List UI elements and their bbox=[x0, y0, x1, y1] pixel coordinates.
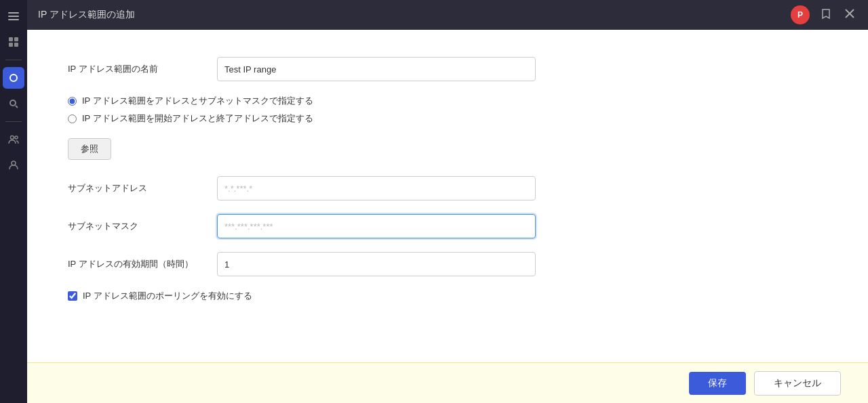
sidebar-people-icon[interactable] bbox=[3, 129, 24, 150]
page-title: IP アドレス範囲の追加 bbox=[38, 9, 135, 21]
cancel-button[interactable]: キャンセル bbox=[754, 371, 841, 396]
sidebar-divider-1 bbox=[5, 60, 22, 60]
name-row: IP アドレス範囲の名前 bbox=[68, 57, 827, 81]
radio-group: IP アドレス範囲をアドレスとサブネットマスクで指定する IP アドレス範囲を開… bbox=[68, 95, 827, 125]
sidebar bbox=[0, 0, 27, 403]
validity-label: IP アドレスの有効期間（時間） bbox=[68, 258, 217, 270]
topbar-right: P bbox=[791, 5, 857, 24]
avatar[interactable]: P bbox=[791, 5, 810, 24]
radio-option1-input[interactable] bbox=[68, 97, 77, 106]
radio-option2-row[interactable]: IP アドレス範囲を開始アドレスと終了アドレスで指定する bbox=[68, 112, 827, 125]
svg-point-8 bbox=[15, 136, 18, 139]
validity-row: IP アドレスの有効期間（時間） bbox=[68, 252, 827, 276]
polling-checkbox[interactable] bbox=[68, 291, 77, 301]
topbar: IP アドレス範囲の追加 P bbox=[27, 0, 868, 30]
dialog-footer: 保存 キャンセル bbox=[27, 362, 868, 403]
svg-rect-2 bbox=[9, 43, 13, 47]
svg-point-9 bbox=[12, 161, 16, 165]
validity-input[interactable] bbox=[217, 252, 536, 276]
subnet-mask-row: サブネットマスク bbox=[68, 214, 827, 238]
svg-point-5 bbox=[10, 100, 16, 106]
svg-point-7 bbox=[11, 136, 14, 140]
save-button[interactable]: 保存 bbox=[689, 372, 746, 395]
close-icon[interactable] bbox=[842, 6, 857, 24]
name-input[interactable] bbox=[217, 57, 536, 81]
svg-point-4 bbox=[10, 75, 17, 81]
svg-rect-0 bbox=[9, 37, 13, 41]
svg-line-6 bbox=[16, 106, 18, 108]
subnet-address-label: サブネットアドレス bbox=[68, 182, 217, 194]
dialog-wrapper: IP アドレス範囲の名前 IP アドレス範囲をアドレスとサブネットマスクで指定す… bbox=[27, 30, 868, 403]
sidebar-home-icon[interactable] bbox=[3, 67, 24, 89]
sidebar-search-icon[interactable] bbox=[3, 93, 24, 114]
radio-option2-input[interactable] bbox=[68, 114, 77, 123]
svg-rect-1 bbox=[14, 37, 18, 41]
subnet-address-input[interactable] bbox=[217, 176, 536, 200]
sidebar-user-icon[interactable] bbox=[3, 154, 24, 176]
bookmark-icon[interactable] bbox=[818, 5, 834, 24]
subnet-mask-input[interactable] bbox=[217, 214, 536, 238]
topbar-left: IP アドレス範囲の追加 bbox=[38, 9, 135, 21]
sidebar-menu-icon[interactable] bbox=[3, 5, 24, 27]
radio-option2-label: IP アドレス範囲を開始アドレスと終了アドレスで指定する bbox=[82, 112, 313, 125]
main-area: IP アドレス範囲の追加 P IP アドレス範囲の名前 bbox=[27, 0, 868, 403]
svg-rect-3 bbox=[14, 43, 18, 47]
dialog-content: IP アドレス範囲の名前 IP アドレス範囲をアドレスとサブネットマスクで指定す… bbox=[27, 30, 868, 362]
sidebar-divider-2 bbox=[5, 121, 22, 122]
radio-option1-label: IP アドレス範囲をアドレスとサブネットマスクで指定する bbox=[82, 95, 313, 107]
sidebar-grid-icon[interactable] bbox=[3, 31, 24, 53]
radio-option1-row[interactable]: IP アドレス範囲をアドレスとサブネットマスクで指定する bbox=[68, 95, 827, 107]
name-label: IP アドレス範囲の名前 bbox=[68, 63, 217, 75]
browse-button[interactable]: 参照 bbox=[68, 138, 111, 160]
subnet-address-row: サブネットアドレス bbox=[68, 176, 827, 200]
subnet-mask-label: サブネットマスク bbox=[68, 220, 217, 232]
polling-row[interactable]: IP アドレス範囲のポーリングを有効にする bbox=[68, 290, 827, 302]
polling-label: IP アドレス範囲のポーリングを有効にする bbox=[83, 290, 252, 302]
